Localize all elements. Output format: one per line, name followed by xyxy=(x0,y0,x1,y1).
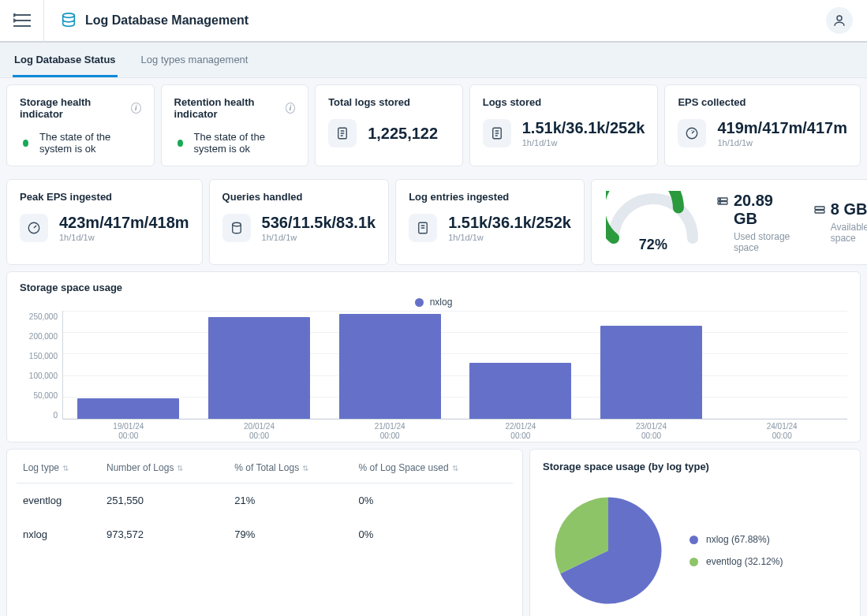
bar[interactable] xyxy=(77,398,179,419)
top-bar: Log Database Management xyxy=(0,0,867,43)
cards-row-2: Peak EPS ingested 423m/417m/418m 1h/1d/1… xyxy=(0,173,867,271)
table-row[interactable]: nxlog973,57279%0% xyxy=(17,517,513,551)
total-logs-value: 1,225,122 xyxy=(368,125,438,142)
table-row[interactable]: eventlog251,55021%0% xyxy=(17,483,513,518)
bar[interactable] xyxy=(339,314,441,419)
logs-stored-title: Logs stored xyxy=(483,96,645,108)
svg-point-1 xyxy=(837,16,842,21)
user-menu-button[interactable] xyxy=(826,7,853,34)
x-tick-label: 24/01/2400:00 xyxy=(716,422,847,441)
pie-title: Storage space usage (by log type) xyxy=(543,461,847,472)
total-logs-card: Total logs stored 1,225,122 xyxy=(315,84,463,166)
log-type-table: Log type⇅ Number of Logs⇅ % of Total Log… xyxy=(17,453,513,551)
menu-toggle-button[interactable] xyxy=(0,0,44,42)
queries-handled-card: Queries handled 536/11.5k/83.1k 1h/1d/1w xyxy=(209,179,390,265)
table-cell: 79% xyxy=(228,517,352,551)
svg-rect-13 xyxy=(815,211,824,213)
table-cell: 21% xyxy=(228,483,352,518)
sort-icon: ⇅ xyxy=(452,464,458,472)
menu-icon xyxy=(13,13,31,28)
storage-by-log-type-card: Storage space usage (by log type) nxlog … xyxy=(529,449,861,616)
sort-icon: ⇅ xyxy=(177,464,183,472)
storage-icon xyxy=(813,203,826,216)
col-pct-total[interactable]: % of Total Logs⇅ xyxy=(228,453,352,483)
bar[interactable] xyxy=(208,317,310,419)
retention-health-card: Retention health indicator i The state o… xyxy=(161,84,309,166)
info-icon[interactable]: i xyxy=(131,103,141,114)
peak-eps-value: 423m/417m/418m xyxy=(59,214,189,231)
tab-log-database-status[interactable]: Log Database Status xyxy=(13,43,118,77)
avail-storage-value: 8 GB xyxy=(831,200,867,218)
document-icon xyxy=(409,214,437,242)
log-entries-value: 1.51k/36.1k/252k xyxy=(448,214,571,231)
svg-point-0 xyxy=(63,13,75,18)
cards-row-1: Storage health indicator i The state of … xyxy=(0,78,867,173)
table-cell: eventlog xyxy=(17,483,100,518)
info-icon[interactable]: i xyxy=(286,103,295,114)
eps-collected-sub: 1h/1d/1w xyxy=(717,138,847,147)
col-pct-space[interactable]: % of Log Space used⇅ xyxy=(353,453,513,483)
bar[interactable] xyxy=(469,363,571,419)
y-tick-label: 200,000 xyxy=(29,332,58,341)
svg-point-10 xyxy=(719,199,720,200)
bar-slot xyxy=(324,311,455,419)
pie-legend-item: eventlog (32.12%) xyxy=(689,556,783,567)
logs-stored-value: 1.51k/36.1k/252k xyxy=(522,119,645,136)
eps-collected-card: EPS collected 419m/417m/417m 1h/1d/1w xyxy=(664,84,861,166)
bar-slot xyxy=(455,311,586,419)
y-tick-label: 50,000 xyxy=(33,391,58,400)
x-tick-label: 23/01/2400:00 xyxy=(586,422,717,441)
queries-value: 536/11.5k/83.1k xyxy=(262,214,376,231)
chart-plot: 19/01/2400:0020/01/2400:0021/01/2400:002… xyxy=(62,311,847,420)
legend-swatch-icon xyxy=(689,536,698,544)
bar-slot xyxy=(194,311,325,419)
table-cell: 973,572 xyxy=(100,517,228,551)
queries-sub: 1h/1d/1w xyxy=(262,233,376,242)
used-storage-label: Used storage space xyxy=(734,231,798,253)
storage-health-title: Storage health indicator xyxy=(20,96,126,120)
pie-legend-label: nxlog (67.88%) xyxy=(706,534,770,545)
bar[interactable] xyxy=(600,326,702,419)
tabs: Log Database Status Log types management xyxy=(0,43,867,78)
user-icon xyxy=(832,13,846,28)
eps-collected-value: 419m/417m/417m xyxy=(717,119,847,136)
bar-slot xyxy=(586,311,717,419)
x-tick-label: 19/01/2400:00 xyxy=(63,422,194,441)
x-tick-label: 21/01/2400:00 xyxy=(324,422,455,441)
chart-y-axis: 250,000200,000150,000100,00050,0000 xyxy=(20,311,62,437)
y-tick-label: 250,000 xyxy=(29,312,58,321)
x-tick-label: 22/01/2400:00 xyxy=(455,422,586,441)
total-logs-title: Total logs stored xyxy=(328,96,450,108)
bar-slot xyxy=(716,311,847,419)
table-cell: 0% xyxy=(353,517,513,551)
pie-legend: nxlog (67.88%)eventlog (32.12%) xyxy=(689,534,783,567)
gauge-icon xyxy=(678,119,706,147)
pie-legend-label: eventlog (32.12%) xyxy=(706,556,783,567)
document-icon xyxy=(483,119,511,147)
logs-stored-sub: 1h/1d/1w xyxy=(522,138,645,147)
sort-icon: ⇅ xyxy=(302,464,308,472)
retention-health-title: Retention health indicator xyxy=(174,96,281,120)
pie-legend-item: nxlog (67.88%) xyxy=(689,534,783,545)
peak-eps-title: Peak EPS ingested xyxy=(20,191,189,203)
gauge-percent: 72% xyxy=(606,237,701,253)
storage-chart-title: Storage space usage xyxy=(20,282,847,293)
col-log-type[interactable]: Log type⇅ xyxy=(17,453,100,483)
tab-log-types-management[interactable]: Log types management xyxy=(140,43,250,77)
col-number-of-logs[interactable]: Number of Logs⇅ xyxy=(100,453,228,483)
peak-eps-card: Peak EPS ingested 423m/417m/418m 1h/1d/1… xyxy=(6,179,203,265)
bar-slot xyxy=(63,311,194,419)
storage-icon xyxy=(716,195,729,207)
avail-storage-label: Available storage space xyxy=(831,222,867,244)
svg-point-11 xyxy=(719,202,720,203)
page-title: Log Database Management xyxy=(85,13,249,28)
table-cell: 251,550 xyxy=(100,483,228,518)
log-entries-sub: 1h/1d/1w xyxy=(448,233,571,242)
status-ok-icon xyxy=(23,140,28,147)
pie-chart xyxy=(549,491,667,610)
storage-gauge-card: 72% 20.89 GB Used storage space 8 GB Ava… xyxy=(591,179,867,265)
svg-rect-12 xyxy=(815,207,824,209)
storage-usage-chart-card: Storage space usage nxlog 250,000200,000… xyxy=(6,271,861,442)
x-tick-label: 20/01/2400:00 xyxy=(194,422,325,441)
queries-title: Queries handled xyxy=(222,191,376,203)
